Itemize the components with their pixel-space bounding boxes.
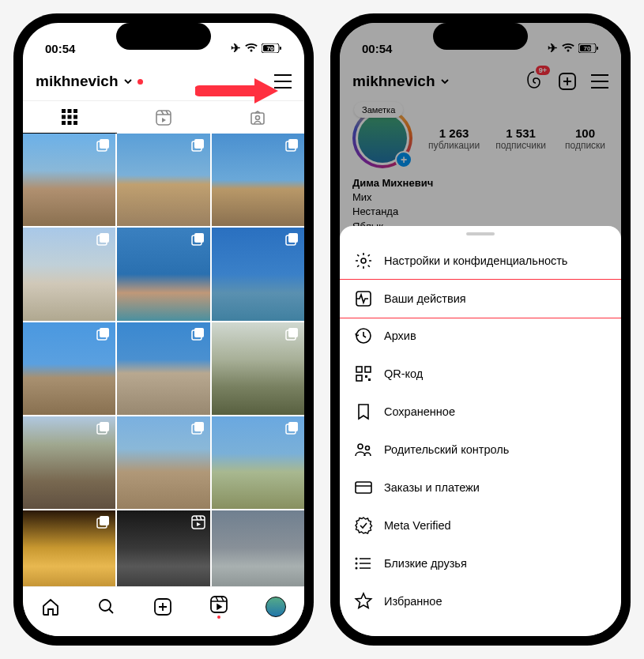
carousel-icon (285, 327, 299, 341)
svg-rect-6 (73, 109, 77, 113)
svg-rect-40 (100, 516, 109, 525)
notch (433, 23, 528, 50)
username-dropdown[interactable]: mikhnevich (352, 73, 450, 90)
post-thumbnail[interactable] (212, 228, 304, 320)
svg-rect-10 (62, 121, 66, 125)
menu-sheet: Настройки и конфиденциальностьВаши дейст… (340, 226, 621, 636)
username-text: mikhnevich (352, 73, 435, 90)
post-thumbnail[interactable] (212, 322, 304, 415)
nav-create[interactable] (153, 597, 172, 616)
status-icons: ✈ 70 (548, 41, 599, 55)
svg-rect-55 (365, 367, 371, 372)
profile-header: mikhnevich 9+ (340, 62, 621, 100)
menu-item-label: Родительский контроль (384, 443, 509, 456)
svg-rect-2 (280, 47, 281, 50)
menu-item-bookmark[interactable]: Сохраненное (340, 393, 621, 431)
battery-icon: 70 (578, 43, 599, 53)
svg-rect-22 (100, 233, 109, 243)
qr-icon (354, 364, 373, 383)
carousel-icon (285, 421, 299, 435)
nav-profile[interactable] (266, 597, 286, 617)
stat-followers[interactable]: 1 531подписчики (495, 126, 546, 151)
gear-icon (354, 251, 373, 270)
stat-posts[interactable]: 1 263публикации (428, 126, 480, 151)
svg-rect-26 (288, 233, 298, 243)
menu-item-card[interactable]: Заказы и платежи (340, 469, 621, 506)
svg-rect-28 (100, 328, 109, 337)
menu-item-label: Meta Verified (384, 519, 451, 532)
nav-home[interactable] (41, 597, 60, 616)
plus-square-icon[interactable] (558, 72, 577, 91)
svg-rect-58 (368, 378, 371, 381)
menu-item-list[interactable]: Близкие друзья (340, 544, 621, 582)
post-thumbnail[interactable] (117, 228, 209, 320)
airplane-icon: ✈ (548, 41, 558, 55)
posts-grid (23, 134, 304, 604)
hamburger-menu-icon[interactable] (591, 74, 608, 88)
menu-item-label: Заказы и платежи (384, 481, 480, 494)
home-icon (41, 597, 60, 616)
post-thumbnail[interactable] (23, 134, 115, 226)
svg-rect-11 (68, 121, 72, 125)
post-thumbnail[interactable] (117, 416, 209, 509)
threads-button[interactable]: 9+ (525, 70, 544, 92)
screen-left: 00:54 ✈ 70 mikhnevich (23, 23, 304, 636)
tagged-icon (250, 110, 266, 126)
menu-item-label: Архив (384, 330, 416, 342)
carousel-icon (191, 327, 205, 341)
avatar-image (358, 114, 407, 163)
svg-rect-42 (192, 516, 205, 529)
post-thumbnail[interactable] (117, 322, 209, 415)
menu-item-star[interactable]: Избранное (340, 582, 621, 620)
notification-dot (137, 79, 143, 85)
status-time: 00:54 (45, 42, 75, 55)
menu-item-label: Сохраненное (384, 405, 455, 418)
wifi-icon (562, 43, 574, 53)
threads-icon (525, 70, 544, 89)
menu-item-activity[interactable]: Ваши действия (340, 279, 621, 318)
notch (116, 23, 211, 50)
svg-rect-16 (100, 139, 109, 149)
post-thumbnail[interactable] (23, 228, 115, 320)
verified-icon (354, 516, 373, 535)
svg-rect-45 (211, 597, 227, 612)
svg-point-64 (356, 567, 358, 570)
carousel-icon (285, 138, 299, 153)
bottom-nav (23, 586, 304, 636)
sheet-handle[interactable] (466, 232, 495, 235)
note-bubble[interactable]: Заметка (354, 102, 403, 118)
nav-reels[interactable] (209, 595, 228, 619)
star-icon (354, 592, 373, 611)
menu-item-archive[interactable]: Архив (340, 317, 621, 355)
menu-item-label: QR-код (384, 367, 423, 380)
svg-rect-57 (365, 375, 367, 378)
svg-rect-50 (559, 73, 575, 89)
post-thumbnail[interactable] (212, 416, 304, 509)
profile-avatar-icon (266, 597, 286, 617)
svg-point-15 (255, 115, 259, 119)
menu-item-verified[interactable]: Meta Verified (340, 506, 621, 544)
carousel-icon (191, 138, 205, 153)
add-story-icon[interactable]: + (395, 151, 412, 168)
menu-item-parental[interactable]: Родительский контроль (340, 431, 621, 469)
airplane-icon: ✈ (231, 41, 241, 55)
profile-avatar[interactable]: + (352, 108, 412, 168)
carousel-icon (285, 232, 299, 247)
post-thumbnail[interactable] (23, 416, 115, 509)
post-thumbnail[interactable] (23, 322, 115, 415)
nav-search[interactable] (97, 597, 116, 616)
stat-following[interactable]: 100подписки (562, 126, 608, 151)
grid-tab[interactable] (23, 101, 117, 134)
menu-item-qr[interactable]: QR-код (340, 355, 621, 393)
svg-rect-34 (100, 422, 109, 431)
list-icon (354, 554, 373, 573)
menu-item-label: Близкие друзья (384, 557, 467, 570)
svg-text:70: 70 (267, 45, 274, 52)
username-dropdown[interactable]: mikhnevich (36, 73, 143, 90)
chevron-down-icon (123, 77, 133, 86)
phone-right: 00:54 ✈ 70 mikhnevich 9+ Заметка (330, 13, 631, 646)
plus-square-icon (153, 597, 172, 616)
menu-item-gear[interactable]: Настройки и конфиденциальность (340, 242, 621, 280)
post-thumbnail[interactable] (117, 134, 209, 226)
post-thumbnail[interactable] (212, 134, 304, 226)
